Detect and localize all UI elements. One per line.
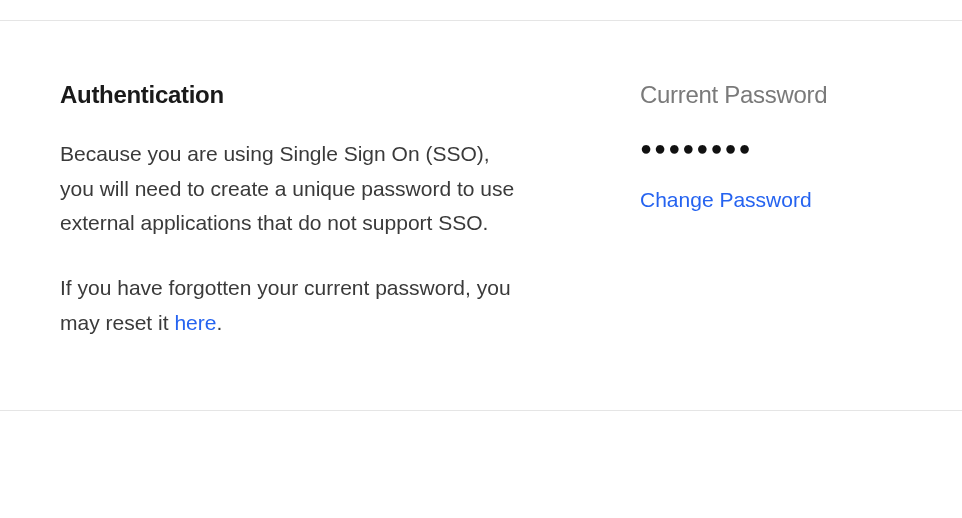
reset-password-link[interactable]: here <box>174 311 216 334</box>
authentication-info-column: Authentication Because you are using Sin… <box>60 81 520 340</box>
current-password-column: Current Password ●●●●●●●● Change Passwor… <box>640 81 902 340</box>
reset-text-prefix: If you have forgotten your current passw… <box>60 276 511 334</box>
change-password-link[interactable]: Change Password <box>640 188 812 212</box>
authentication-section: Authentication Because you are using Sin… <box>0 20 962 411</box>
authentication-title: Authentication <box>60 81 520 109</box>
authentication-description: Because you are using Single Sign On (SS… <box>60 137 520 241</box>
authentication-reset-text: If you have forgotten your current passw… <box>60 271 520 340</box>
current-password-label: Current Password <box>640 81 902 109</box>
reset-text-suffix: . <box>216 311 222 334</box>
current-password-value: ●●●●●●●● <box>640 137 902 160</box>
